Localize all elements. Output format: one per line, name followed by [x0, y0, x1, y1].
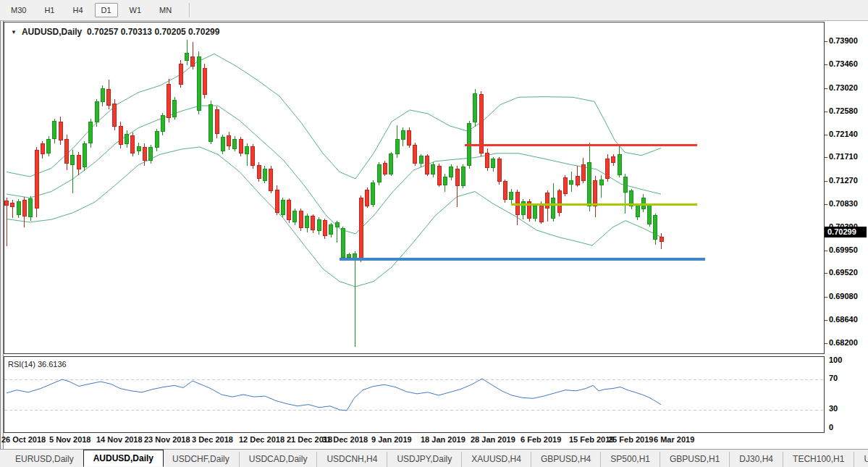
price-axis-label: 0.68200	[829, 338, 868, 347]
price-axis-label: 0.71270	[829, 176, 868, 185]
symbol-tab-gbpusd-h1[interactable]: GBPUSD,H1	[660, 452, 730, 467]
timeframe-toolbar: M30H1H4D1W1MN	[0, 0, 868, 21]
date-axis-label: 12 Dec 2018	[239, 435, 285, 444]
rsi-axis-label: 30	[829, 404, 868, 413]
timeframe-button-h1[interactable]: H1	[38, 3, 61, 17]
timeframe-button-h4[interactable]: H4	[66, 3, 89, 17]
symbol-tab-eurusd-daily[interactable]: EURUSD,Daily	[6, 452, 84, 467]
date-axis-label: 26 Oct 2018	[1, 435, 46, 444]
price-axis-tick	[825, 41, 827, 42]
date-axis-label: 3 Dec 2018	[192, 435, 233, 444]
price-axis-tick	[825, 297, 827, 298]
toolbar-separator	[189, 3, 190, 17]
price-axis-label: 0.73900	[829, 36, 868, 45]
trading-terminal-window: { "toolbar": { "timeframes": ["M30", "H1…	[0, 0, 868, 467]
rsi-chart-canvas[interactable]	[4, 357, 824, 432]
chart-symbol-label: AUDUSD,Daily	[22, 27, 82, 37]
symbol-tab-usdjpy-daily[interactable]: USDJPY,Daily	[387, 452, 462, 467]
price-axis-tick	[825, 320, 827, 321]
symbol-tab-ukoil-[interactable]: UKOil,	[854, 452, 868, 467]
chart-ohlc-quotes: 0.70257 0.70313 0.70205 0.70299	[87, 27, 220, 37]
date-axis-label: 14 Nov 2018	[96, 435, 143, 444]
rsi-axis-label: 0	[829, 423, 868, 432]
date-axis-label: 5 Nov 2018	[49, 435, 90, 444]
bollinger-upper-band	[7, 54, 661, 179]
symbol-tab-dj30-h4[interactable]: DJ30,H4	[730, 452, 783, 467]
price-axis-tick	[825, 112, 827, 112]
timeframe-button-w1[interactable]: W1	[123, 3, 148, 17]
symbol-tab-usdcnh-h4[interactable]: USDCNH,H4	[317, 452, 387, 467]
date-axis-label: 23 Nov 2018	[144, 435, 190, 444]
date-axis-label: 28 Jan 2019	[471, 435, 515, 444]
current-price-tag: 0.70299	[825, 227, 867, 237]
price-axis-tick	[825, 204, 827, 205]
date-axis-label: 6 Mar 2019	[654, 435, 694, 444]
bollinger-lower-band	[7, 147, 661, 287]
price-axis-tick	[825, 343, 827, 344]
rsi-axis-label: 70	[829, 374, 868, 382]
date-axis-label: 6 Feb 2019	[521, 435, 561, 444]
price-axis-tick	[825, 64, 827, 65]
rsi-indicator-label: RSI(14) 36.6136	[8, 360, 67, 369]
chevron-down-icon[interactable]: ▼	[11, 29, 17, 35]
timeframe-button-mn[interactable]: MN	[153, 3, 178, 17]
price-chart-pane[interactable]: ▼AUDUSD,Daily 0.70257 0.70313 0.70205 0.…	[4, 22, 825, 354]
price-axis-tick	[825, 251, 827, 251]
price-axis-label: 0.69950	[829, 245, 868, 254]
timeframe-button-d1[interactable]: D1	[95, 3, 118, 17]
date-axis-label: 31 Dec 2018	[322, 435, 368, 444]
symbol-tab-tech100-h1[interactable]: TECH100,H1	[783, 452, 854, 467]
date-axis-label: 18 Jan 2019	[421, 435, 465, 444]
price-axis-tick	[825, 88, 827, 89]
timeframe-button-m30[interactable]: M30	[4, 3, 33, 17]
symbol-tab-sp500-h1[interactable]: SP500,H1	[601, 452, 660, 467]
price-axis-tick	[825, 181, 827, 182]
symbol-tab-usdcad-daily[interactable]: USDCAD,Daily	[240, 452, 318, 467]
price-axis-label: 0.69080	[829, 292, 868, 300]
bollinger-middle-band	[7, 106, 661, 234]
price-axis-label: 0.72580	[829, 106, 868, 115]
price-axis-label: 0.73020	[829, 83, 868, 92]
price-axis-label: 0.68640	[829, 315, 868, 324]
price-chart-canvas[interactable]	[4, 22, 824, 353]
symbol-tab-usdchf-daily[interactable]: USDCHF,Daily	[163, 452, 240, 467]
rsi-line	[7, 379, 661, 411]
chart-title: ▼AUDUSD,Daily 0.70257 0.70313 0.70205 0.…	[11, 27, 219, 37]
price-axis-label: 0.73460	[829, 59, 868, 68]
price-axis-label: 0.71710	[829, 152, 868, 161]
price-axis-tick	[825, 273, 827, 274]
price-axis-label: 0.69520	[829, 268, 868, 277]
symbol-tabbar: EURUSD,DailyAUDUSD,DailyUSDCHF,DailyUSDC…	[0, 449, 868, 467]
date-axis-label: 25 Feb 2019	[608, 435, 653, 444]
rsi-axis-label: 100	[829, 355, 868, 364]
price-axis-label: 0.72140	[829, 130, 868, 138]
price-axis-label: 0.70830	[829, 199, 868, 208]
rsi-indicator-pane[interactable]: RSI(14) 36.6136	[4, 356, 825, 433]
date-axis-label: 9 Jan 2019	[371, 435, 412, 444]
price-axis-tick	[825, 157, 827, 158]
symbol-tab-audusd-daily[interactable]: AUDUSD,Daily	[83, 450, 164, 467]
price-axis-tick	[825, 135, 827, 135]
symbol-tab-gbpusd-h4[interactable]: GBPUSD,H4	[531, 452, 601, 467]
symbol-tab-xauusd-h4[interactable]: XAUUSD,H4	[462, 452, 531, 467]
